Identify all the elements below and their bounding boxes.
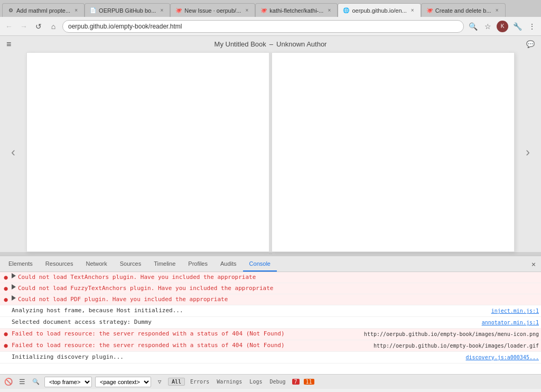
book-title: My Untitled Book: [214, 40, 266, 48]
console-row: ●Could not load PDF plugin. Have you inc…: [0, 294, 541, 305]
browser-tab-tab3[interactable]: 🐙 New Issue · oerpub/... ×: [170, 3, 255, 17]
tab-close-button[interactable]: ×: [409, 7, 416, 14]
console-message: Analyzing host frame, because Host initi…: [12, 306, 487, 315]
tab-close-button[interactable]: ×: [493, 7, 501, 14]
star-icon[interactable]: ☆: [482, 21, 493, 32]
page-header: ≡ My Untitled Book – Unknown Author 💬: [0, 36, 541, 52]
address-bar: ← → ↺ ⌂ 🔍 ☆ K 🔧 ⋮: [0, 17, 541, 36]
error-icon: ●: [2, 284, 10, 293]
error-icon: ●: [2, 341, 10, 350]
resize-handle[interactable]: ···: [0, 252, 541, 255]
error-count-badge: 7: [292, 379, 300, 385]
tab-favicon: 📄: [89, 7, 97, 14]
filter-toggle-button[interactable]: ▽: [154, 377, 165, 387]
devtools-tab-sources[interactable]: Sources: [114, 257, 147, 272]
tab-label: OERPUB GitHub bo...: [99, 7, 156, 14]
tab-close-button[interactable]: ×: [72, 7, 80, 14]
tab-close-button[interactable]: ×: [243, 7, 250, 14]
console-content: ●Could not load TextAnchors plugin. Have…: [0, 272, 541, 374]
context-selector[interactable]: <page context>: [95, 377, 151, 387]
devtools-tab-timeline[interactable]: Timeline: [147, 257, 182, 272]
console-source[interactable]: discovery.js:a000345...: [466, 353, 539, 362]
profile-icon[interactable]: K: [497, 21, 508, 32]
console-row: Initializing discovery plugin...discover…: [0, 352, 541, 363]
devtools-panel: ElementsResourcesNetworkSourcesTimelineP…: [0, 255, 541, 389]
console-message: Could not load PDF plugin. Have you incl…: [18, 295, 539, 304]
prev-arrow[interactable]: ‹: [0, 52, 26, 252]
book-pages: [26, 52, 515, 252]
devtools-close-button[interactable]: ×: [528, 259, 539, 269]
tab-label: Add mathml propte...: [16, 7, 70, 14]
extension-icon[interactable]: 🔧: [511, 21, 523, 32]
browser-tab-tab4[interactable]: 🐙 kathi-fletcher/kathi-... ×: [255, 3, 338, 17]
tab-favicon: 🌐: [342, 7, 350, 14]
address-input[interactable]: [62, 20, 464, 33]
devtools-tab-profiles[interactable]: Profiles: [182, 257, 214, 272]
book-container: ‹ ›: [0, 52, 541, 252]
title-separator: –: [269, 40, 273, 48]
next-arrow[interactable]: ›: [515, 52, 541, 252]
search-console-button[interactable]: 🔍: [31, 377, 41, 387]
book-author: Unknown Author: [276, 40, 327, 48]
book-page-left: [26, 52, 269, 252]
search-icon[interactable]: 🔍: [467, 21, 479, 32]
devtools-tab-console[interactable]: Console: [243, 257, 277, 272]
tab-bar: ⚙ Add mathml propte... × 📄 OERPUB GitHub…: [0, 0, 541, 17]
filter-list-button[interactable]: ☰: [17, 377, 27, 387]
reload-button[interactable]: ↺: [33, 21, 44, 32]
console-message: Initializing discovery plugin...: [12, 353, 462, 361]
info-spacer: [2, 306, 10, 315]
devtools-tab-elements[interactable]: Elements: [2, 257, 39, 272]
console-row: ●Failed to load resource: the server res…: [0, 340, 541, 352]
devtools-tab-audits[interactable]: Audits: [214, 257, 243, 272]
comment-icon[interactable]: 💬: [526, 40, 535, 48]
browser-tab-tab6[interactable]: 🐙 Create and delete b... ×: [421, 3, 506, 17]
info-spacer: [2, 318, 10, 326]
error-icon: ●: [2, 295, 10, 304]
browser-tab-tab2[interactable]: 📄 OERPUB GitHub bo... ×: [85, 3, 170, 17]
console-message: Could not load FuzzyTextAnchors plugin. …: [18, 284, 539, 293]
toggle-arrow[interactable]: [12, 273, 16, 278]
clear-console-button[interactable]: 🚫: [3, 377, 14, 387]
forward-button[interactable]: →: [18, 21, 30, 32]
console-row: ●Failed to load resource: the server res…: [0, 329, 541, 340]
console-source[interactable]: inject.min.js:1: [491, 306, 539, 315]
tab-label: New Issue · oerpub/...: [184, 7, 241, 14]
browser-tab-tab1[interactable]: ⚙ Add mathml propte... ×: [2, 3, 85, 17]
warnings-level-button[interactable]: Warnings: [214, 378, 244, 385]
tab-close-button[interactable]: ×: [158, 7, 165, 14]
console-row: Selected document access strategy: Dummy…: [0, 317, 541, 329]
tab-close-button[interactable]: ×: [325, 7, 333, 14]
error-icon: ●: [2, 330, 10, 338]
page-content: ≡ My Untitled Book – Unknown Author 💬 ‹ …: [0, 36, 541, 255]
toggle-arrow[interactable]: [12, 295, 16, 301]
back-button[interactable]: ←: [3, 21, 15, 32]
all-level-button[interactable]: All: [168, 378, 185, 386]
devtools-tab-resources[interactable]: Resources: [39, 257, 80, 272]
devtools-bottom-bar: 🚫 ☰ 🔍 <top frame> <page context> ▽ All E…: [0, 374, 541, 389]
console-message: Failed to load resource: the server resp…: [12, 330, 360, 338]
console-source-url[interactable]: http://oerpub.github.io/empty-book/image…: [364, 330, 539, 339]
devtools-tab-network[interactable]: Network: [79, 257, 113, 272]
frame-selector[interactable]: <top frame>: [44, 377, 92, 387]
tab-label: oerpub.github.io/en...: [352, 7, 406, 14]
tab-favicon: 🐙: [260, 7, 267, 14]
tab-label: kathi-fletcher/kathi-...: [269, 7, 323, 14]
menu-toggle-icon[interactable]: ≡: [6, 40, 11, 49]
console-message: Could not load TextAnchors plugin. Have …: [18, 273, 539, 282]
book-page-right: [272, 52, 515, 252]
console-message: Failed to load resource: the server resp…: [12, 341, 369, 350]
console-source[interactable]: annotator.min.js:1: [482, 318, 539, 327]
menu-icon[interactable]: ⋮: [526, 21, 538, 32]
console-source-url[interactable]: http://oerpub.github.io/empty-book/image…: [374, 341, 539, 350]
browser-tab-tab5[interactable]: 🌐 oerpub.github.io/en... ×: [338, 3, 421, 17]
warning-count-badge: 11: [304, 379, 314, 385]
tab-label: Create and delete b...: [435, 7, 491, 14]
toggle-arrow[interactable]: [12, 284, 16, 290]
error-icon: ●: [2, 273, 10, 282]
errors-level-button[interactable]: Errors: [188, 378, 211, 385]
home-button[interactable]: ⌂: [48, 21, 59, 32]
console-row: ●Could not load FuzzyTextAnchors plugin.…: [0, 283, 541, 294]
debug-level-button[interactable]: Debug: [267, 378, 287, 385]
logs-level-button[interactable]: Logs: [247, 378, 264, 385]
